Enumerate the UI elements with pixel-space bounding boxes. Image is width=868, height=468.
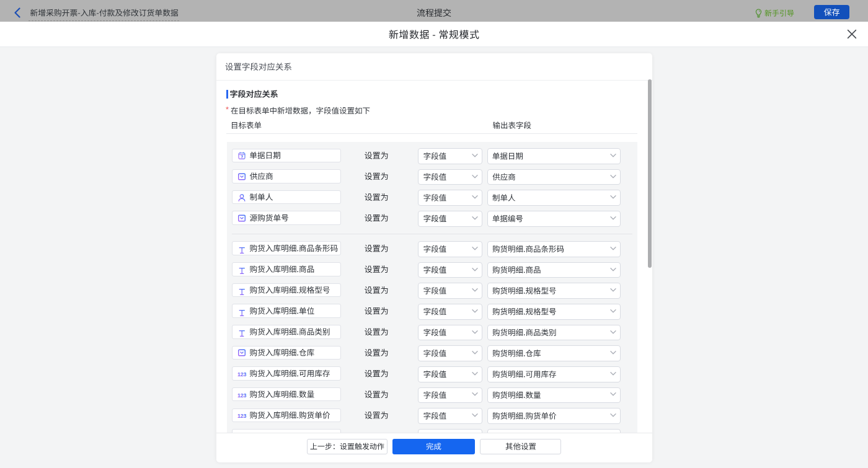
svg-text:*: * [226, 105, 229, 113]
svg-text:123: 123 [237, 413, 247, 420]
svg-text:123: 123 [237, 371, 247, 377]
svg-text:123: 123 [237, 392, 247, 399]
